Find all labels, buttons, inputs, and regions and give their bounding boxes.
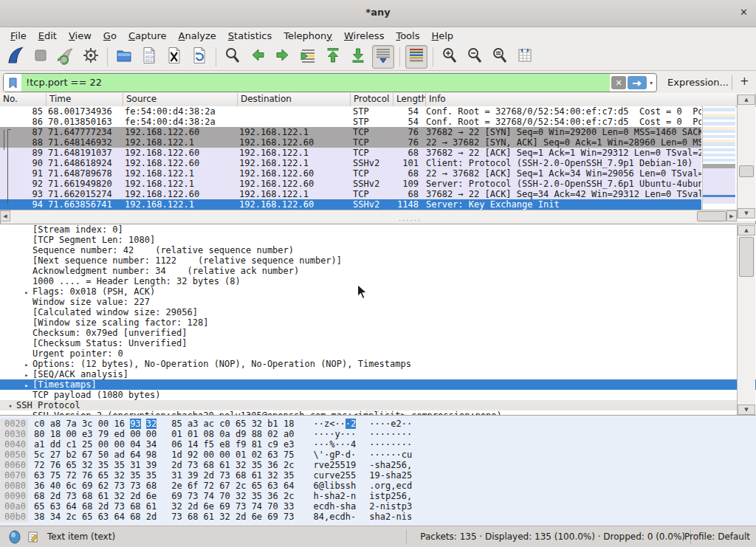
hex-byte[interactable]: 7a — [66, 419, 76, 429]
save-file-button[interactable]: 010101100113 — [138, 45, 160, 69]
menu-item-edit[interactable]: Edit — [32, 29, 63, 43]
ascii-char[interactable]: · — [313, 429, 318, 439]
hex-byte[interactable]: 39 — [146, 460, 157, 470]
ascii-char[interactable]: · — [313, 439, 318, 450]
hex-row[interactable]: 007063 75 72 76 65 32 35 3531 39 2d 73 6… — [0, 470, 756, 481]
scroll-up-arrow[interactable]: ▲ — [738, 225, 755, 235]
menu-item-statistics[interactable]: Statistics — [222, 29, 278, 43]
ascii-char[interactable]: r — [313, 460, 318, 470]
ascii-char[interactable]: 6 — [313, 481, 318, 491]
detail-line[interactable]: ▸Flags: 0x018 (PSH, ACK) — [0, 286, 756, 297]
details-vscrollbar[interactable]: ▲ ▼ — [737, 225, 755, 415]
title-bar[interactable]: *any ✕ — [0, 0, 756, 27]
filter-history-dropdown[interactable]: ▾ — [650, 80, 653, 86]
ascii-char[interactable]: a — [334, 491, 340, 501]
go-forward-button[interactable] — [272, 45, 294, 69]
hex-byte[interactable]: 68 — [82, 501, 92, 512]
hex-byte[interactable]: a1 — [34, 439, 44, 450]
hex-byte[interactable]: 00 — [146, 429, 157, 439]
hex-byte[interactable]: 16 — [114, 419, 124, 429]
packet-row[interactable]: 9171.648789678192.168.122.1192.168.122.6… — [0, 168, 701, 179]
hex-row[interactable]: 0040a1 dd c1 25 00 00 04 3406 14 f5 e8 f… — [0, 439, 756, 450]
ascii-char[interactable]: ' — [319, 450, 324, 460]
hex-byte[interactable]: 72 — [34, 460, 44, 470]
add-filter-button[interactable]: + — [740, 75, 749, 88]
column-header-no[interactable]: No. — [0, 93, 47, 106]
packet-row[interactable]: 9471.663856741192.168.122.1192.168.122.6… — [0, 199, 701, 210]
hex-byte[interactable]: 40 — [50, 481, 61, 491]
column-header-source[interactable]: Source — [123, 93, 238, 106]
hex-byte[interactable]: 79 — [98, 429, 109, 439]
hex-byte[interactable]: 35 — [114, 460, 124, 470]
hex-byte[interactable]: 62 — [98, 481, 109, 491]
capture-comment-icon[interactable] — [28, 531, 39, 546]
ascii-char[interactable]: · — [319, 439, 324, 450]
ascii-char[interactable]: y — [334, 429, 340, 439]
ascii-char[interactable]: 1 — [346, 460, 351, 470]
zoom-in-button[interactable] — [439, 45, 461, 69]
hex-byte[interactable]: 36 — [34, 481, 44, 491]
hex-byte[interactable]: 2c — [66, 512, 76, 522]
ascii-char[interactable]: h — [346, 501, 351, 512]
profile-status[interactable]: Profile: Default — [684, 531, 750, 542]
hex-byte[interactable]: b2 — [66, 450, 76, 460]
hex-byte[interactable]: 18 — [50, 429, 61, 439]
find-packet-button[interactable] — [221, 45, 244, 69]
packet-row[interactable]: 8871.648146932192.168.122.1192.168.122.6… — [0, 137, 701, 148]
auto-scroll-button[interactable] — [372, 45, 394, 69]
menu-item-view[interactable]: View — [63, 29, 97, 43]
hex-byte[interactable]: 35 — [146, 470, 157, 481]
hex-byte[interactable]: 80 — [34, 429, 44, 439]
hex-byte[interactable]: ad — [114, 450, 124, 460]
menu-item-capture[interactable]: Capture — [123, 29, 173, 43]
hex-byte[interactable]: dd — [50, 439, 61, 450]
reload-file-button[interactable] — [188, 45, 210, 69]
column-header-info[interactable]: Info — [426, 93, 756, 106]
hex-byte[interactable]: 32 — [82, 460, 92, 470]
ascii-char[interactable]: s — [340, 481, 346, 491]
ascii-char[interactable]: - — [334, 501, 340, 512]
ascii-char[interactable]: · — [351, 450, 356, 460]
zoom-out-button[interactable] — [464, 45, 486, 69]
packet-row[interactable]: 8670.013850163fe:54:00:d4:38:2aSTP54Conf… — [0, 117, 701, 127]
hex-row[interactable]: 008036 40 6c 69 62 73 73 682e 6f 72 67 2… — [0, 481, 756, 491]
hex-byte[interactable]: 65 — [66, 460, 76, 470]
hex-byte[interactable]: 68 — [130, 501, 140, 512]
go-to-last-packet-button[interactable] — [347, 45, 369, 69]
restart-capture-button[interactable] — [55, 45, 77, 69]
expander-closed-icon[interactable]: ▸ — [21, 361, 32, 368]
hex-byte[interactable]: 93 — [130, 419, 140, 429]
hex-byte[interactable]: 32 — [114, 491, 124, 501]
pane-splitter-grip[interactable]: ······ — [365, 407, 388, 416]
open-file-button[interactable] — [113, 45, 135, 69]
column-header-protocol[interactable]: Protocol — [351, 93, 394, 106]
column-header-length[interactable]: Length — [394, 93, 426, 106]
hex-byte[interactable]: 67 — [82, 450, 92, 460]
ascii-char[interactable]: · — [340, 450, 346, 460]
ascii-char[interactable]: · — [346, 439, 351, 450]
packet-row[interactable]: 8568.001734936fe:54:00:d4:38:2aSTP54Conf… — [0, 106, 701, 117]
hex-byte[interactable]: 04 — [130, 439, 140, 450]
hex-byte[interactable]: 76 — [82, 470, 92, 481]
hex-row[interactable]: 00b038 34 2c 65 63 64 68 2d73 68 61 32 2… — [0, 512, 756, 522]
close-window-button[interactable]: ✕ — [740, 7, 748, 18]
hex-byte[interactable]: 00 — [66, 429, 76, 439]
hex-byte[interactable]: 68 — [82, 491, 92, 501]
hex-byte[interactable]: 2d — [146, 512, 157, 522]
expander-closed-icon[interactable]: ▸ — [21, 371, 32, 379]
detail-line[interactable]: [Calculated window size: 29056] — [0, 307, 756, 317]
hex-byte[interactable]: ed — [114, 429, 124, 439]
ascii-char[interactable]: v — [319, 460, 324, 470]
hex-byte[interactable]: 32 — [114, 470, 124, 481]
expander-closed-icon[interactable]: ▸ — [21, 382, 32, 389]
ascii-char[interactable]: 5 — [351, 470, 356, 481]
expander-open-icon[interactable]: ▾ — [4, 402, 16, 410]
hex-row[interactable]: 006072 76 65 32 35 35 31 392d 73 68 61 3… — [0, 460, 756, 470]
hex-row[interactable]: 003080 18 00 e3 79 ed 00 0001 01 08 0a d… — [0, 429, 756, 439]
expression-button[interactable]: Expression... — [667, 77, 729, 88]
stop-capture-button[interactable] — [30, 45, 52, 69]
ascii-char[interactable]: c — [319, 501, 324, 512]
detail-line[interactable]: [Stream index: 0] — [0, 224, 756, 235]
hex-byte[interactable]: a8 — [50, 419, 61, 429]
hex-row[interactable]: 00a065 63 64 68 2d 73 68 6132 2d 6e 69 7… — [0, 501, 756, 512]
